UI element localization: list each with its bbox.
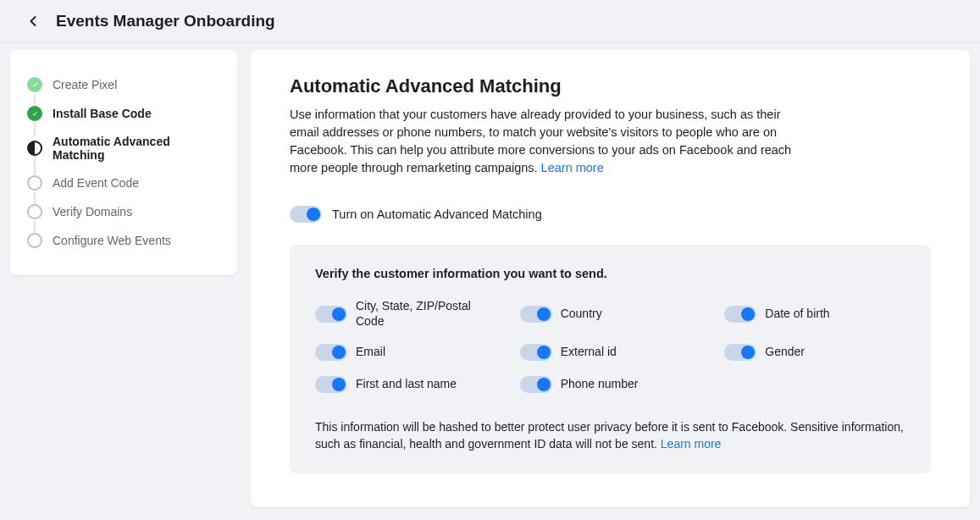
- back-icon[interactable]: [24, 12, 42, 30]
- option-toggle[interactable]: [520, 306, 552, 323]
- option-toggle[interactable]: [315, 344, 347, 361]
- step-label: Configure Web Events: [53, 234, 171, 247]
- sidebar-step-4[interactable]: Verify Domains: [27, 197, 220, 226]
- empty-circle-icon: [27, 204, 42, 219]
- option-cell: Country: [520, 299, 701, 329]
- option-cell: External id: [520, 344, 701, 361]
- verify-heading: Verify the customer information you want…: [315, 267, 905, 280]
- option-cell: Email: [315, 344, 496, 361]
- option-toggle[interactable]: [315, 376, 347, 393]
- option-label: Country: [561, 307, 602, 322]
- empty-circle-icon: [27, 175, 42, 191]
- sidebar: Create PixelInstall Base CodeAutomatic A…: [10, 50, 237, 275]
- sidebar-step-0[interactable]: Create Pixel: [27, 70, 220, 99]
- sidebar-step-3[interactable]: Add Event Code: [27, 169, 220, 197]
- header-bar: Events Manager Onboarding: [0, 0, 980, 43]
- option-label: Date of birth: [765, 307, 829, 322]
- option-toggle[interactable]: [520, 344, 552, 361]
- learn-more-link[interactable]: Learn more: [541, 161, 604, 174]
- option-label: Phone number: [561, 377, 639, 392]
- verify-footer-text: This information will be hashed to bette…: [315, 420, 904, 451]
- check-icon: [27, 106, 42, 121]
- option-toggle[interactable]: [315, 306, 347, 323]
- option-cell: Phone number: [520, 376, 701, 393]
- option-cell: First and last name: [315, 376, 496, 393]
- sidebar-step-1[interactable]: Install Base Code: [27, 99, 220, 128]
- sidebar-step-5[interactable]: Configure Web Events: [27, 226, 220, 255]
- sidebar-step-2[interactable]: Automatic Advanced Matching: [27, 128, 220, 169]
- option-cell: Date of birth: [724, 299, 905, 329]
- check-icon: [27, 77, 42, 92]
- option-label: External id: [561, 345, 617, 360]
- master-toggle-label: Turn on Automatic Advanced Matching: [332, 207, 542, 221]
- verify-box: Verify the customer information you want…: [290, 245, 931, 473]
- step-label: Add Event Code: [53, 176, 139, 190]
- option-toggle[interactable]: [724, 306, 756, 323]
- option-label: Email: [356, 345, 385, 360]
- main-panel: Automatic Advanced Matching Use informat…: [251, 50, 970, 507]
- option-label: First and last name: [356, 377, 457, 392]
- option-toggle[interactable]: [520, 376, 552, 393]
- half-circle-icon: [27, 141, 42, 156]
- page-title: Events Manager Onboarding: [56, 12, 275, 30]
- option-cell: City, State, ZIP/Postal Code: [315, 299, 496, 329]
- option-label: City, State, ZIP/Postal Code: [356, 299, 496, 329]
- master-toggle[interactable]: [290, 206, 322, 223]
- section-description: Use information that your customers have…: [290, 106, 798, 177]
- option-toggle[interactable]: [724, 344, 756, 361]
- step-label: Install Base Code: [53, 107, 152, 120]
- step-label: Automatic Advanced Matching: [53, 135, 220, 162]
- option-cell: Gender: [724, 344, 905, 361]
- step-label: Verify Domains: [53, 205, 132, 219]
- empty-circle-icon: [27, 233, 42, 248]
- section-title: Automatic Advanced Matching: [290, 75, 931, 97]
- verify-footer-link[interactable]: Learn more: [661, 437, 722, 451]
- step-label: Create Pixel: [53, 78, 117, 91]
- verify-footer: This information will be hashed to bette…: [315, 418, 905, 453]
- option-label: Gender: [765, 345, 805, 360]
